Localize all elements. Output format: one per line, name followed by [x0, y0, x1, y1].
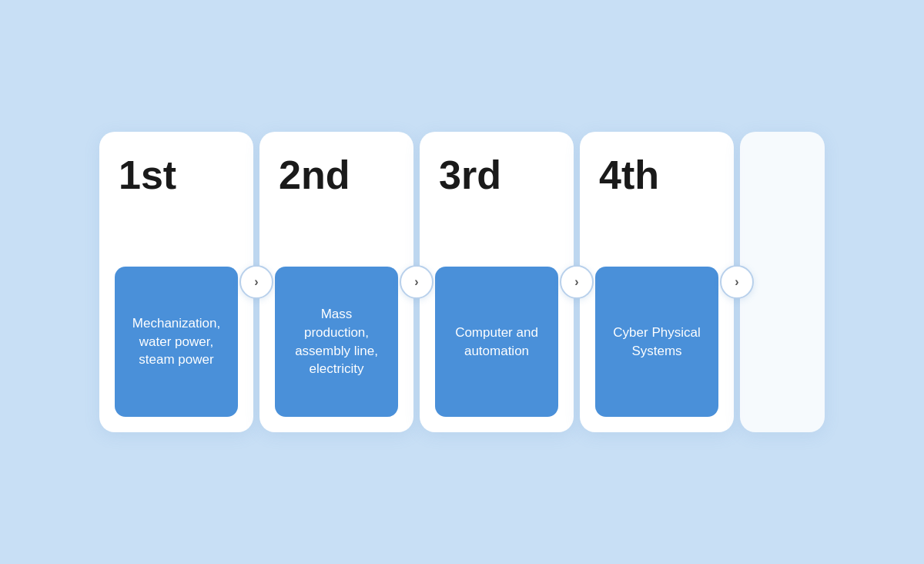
card-wrapper-1: 1st Mechanization, water power, steam po… — [99, 132, 259, 432]
card-wrapper-3: 3rd Computer and automation › — [420, 132, 580, 432]
arrow-circle-1[interactable]: › — [239, 265, 273, 299]
card-3-content-box: Computer and automation — [435, 267, 558, 417]
card-wrapper-4: 4th Cyber Physical Systems › — [580, 132, 740, 432]
card-3-content-text: Computer and automation — [447, 324, 546, 361]
arrow-circle-4[interactable]: › — [720, 265, 754, 299]
card-1: 1st Mechanization, water power, steam po… — [99, 132, 253, 432]
card-3: 3rd Computer and automation — [420, 132, 574, 432]
card-4-content-text: Cyber Physical Systems — [608, 324, 706, 361]
cards-container: 1st Mechanization, water power, steam po… — [0, 116, 924, 448]
card-4-content-box: Cyber Physical Systems — [595, 267, 718, 417]
arrow-connector-2[interactable]: › — [400, 265, 434, 299]
arrow-circle-3[interactable]: › — [560, 265, 594, 299]
arrow-connector-4[interactable]: › — [720, 265, 754, 299]
card-1-content-box: Mechanization, water power, steam power — [115, 267, 238, 417]
card-1-content-text: Mechanization, water power, steam power — [127, 314, 226, 369]
card-1-number: 1st — [115, 155, 176, 195]
card-4-number: 4th — [595, 155, 659, 195]
card-4: 4th Cyber Physical Systems — [580, 132, 734, 432]
card-wrapper-2: 2nd Mass production, assembly line, elec… — [259, 132, 420, 432]
card-2-content-box: Mass production, assembly line, electric… — [275, 267, 398, 417]
arrow-circle-2[interactable]: › — [400, 265, 434, 299]
arrow-connector-1[interactable]: › — [239, 265, 273, 299]
card-2: 2nd Mass production, assembly line, elec… — [259, 132, 413, 432]
card-2-number: 2nd — [275, 155, 350, 195]
arrow-connector-3[interactable]: › — [560, 265, 594, 299]
card-3-number: 3rd — [435, 155, 501, 195]
card-2-content-text: Mass production, assembly line, electric… — [287, 305, 386, 378]
